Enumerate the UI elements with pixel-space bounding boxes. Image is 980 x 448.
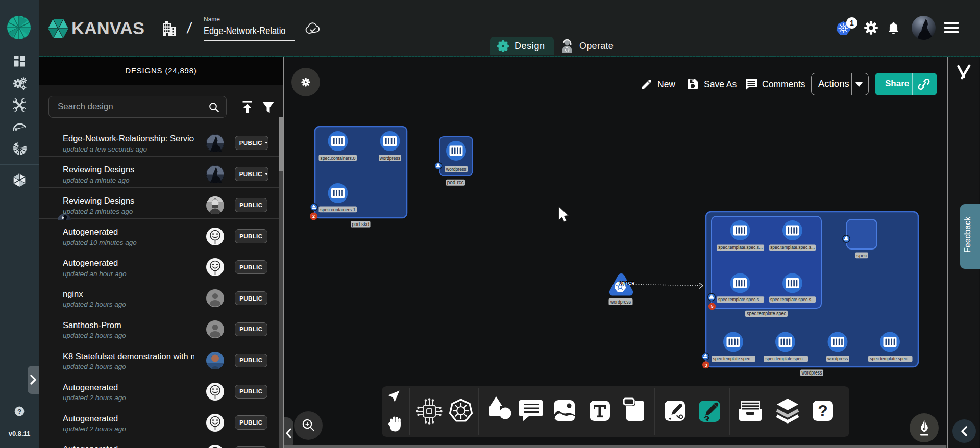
svg-text:spec.template.spec...: spec.template.spec...: [766, 356, 806, 361]
svg-text:spec.template.spec.s...: spec.template.spec.s...: [770, 297, 815, 302]
svg-text:2: 2: [312, 214, 315, 219]
svg-text:?: ?: [818, 402, 828, 420]
svg-text:wordpress: wordpress: [379, 156, 400, 161]
svg-text:pod-rcc: pod-rcc: [447, 180, 464, 185]
svg-text:80/TCP: 80/TCP: [619, 281, 635, 286]
svg-text:1: 1: [850, 19, 854, 27]
svg-text:spec.containers.0: spec.containers.0: [320, 156, 355, 161]
svg-text:spec.template.spec.s...: spec.template.spec.s...: [770, 245, 815, 250]
svg-text:spec.template.spec.s...: spec.template.spec.s...: [718, 245, 763, 250]
svg-text:wordpress: wordpress: [446, 167, 467, 172]
svg-text:wordpress: wordpress: [827, 356, 848, 361]
svg-text:3: 3: [705, 363, 707, 368]
svg-text:?: ?: [17, 408, 21, 415]
svg-text:KANVAS: KANVAS: [71, 19, 144, 38]
svg-text:pod-skd: pod-skd: [352, 221, 369, 227]
svg-text:spec.template.spec...: spec.template.spec...: [870, 356, 911, 361]
svg-text:5: 5: [711, 304, 714, 309]
svg-text:spec.template.spec: spec.template.spec: [747, 311, 786, 316]
svg-text:wordpress: wordpress: [610, 299, 631, 305]
svg-text:spec.template.spec.s...: spec.template.spec.s...: [718, 297, 763, 302]
svg-text:spec: spec: [856, 253, 867, 258]
svg-text:wordpress: wordpress: [801, 370, 822, 376]
svg-text:spec.template.spec...: spec.template.spec...: [713, 356, 754, 361]
svg-text:spec.containers.1: spec.containers.1: [320, 207, 355, 212]
